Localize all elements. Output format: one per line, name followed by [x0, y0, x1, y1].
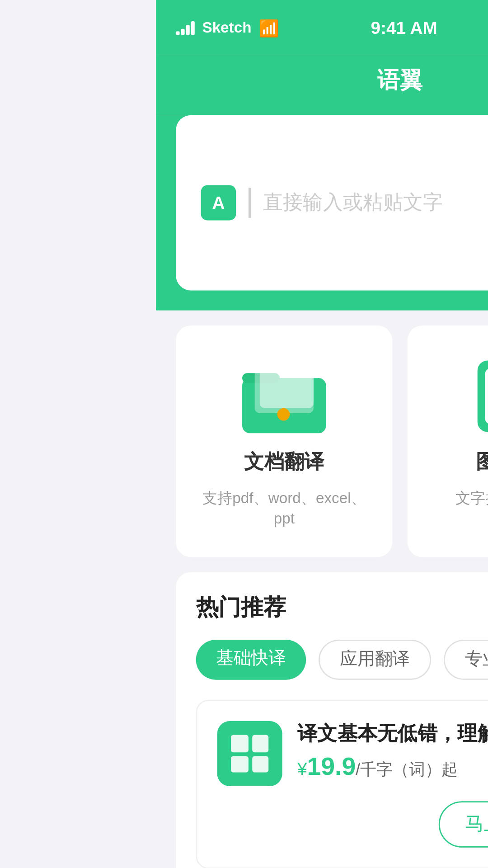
document-icon	[237, 355, 331, 437]
text-input-card[interactable]: A 直接输入或粘贴文字	[176, 115, 488, 291]
wifi-icon: 📶	[259, 18, 279, 37]
app-header: 语翼	[156, 55, 488, 115]
app-title: 语翼	[156, 65, 488, 95]
text-input-placeholder[interactable]: 直接输入或粘贴文字	[263, 190, 443, 216]
rec-card-info: 译文基本无低错，理解无障碍 ¥19.9/千字（词）起	[297, 721, 488, 781]
try-button[interactable]: 马上试试 >	[439, 801, 488, 847]
carrier-label: Sketch	[202, 19, 251, 37]
grid-icon	[231, 735, 268, 773]
rec-card-top: 译文基本无低错，理解无障碍 ¥19.9/千字（词）起	[217, 721, 488, 786]
status-left: Sketch 📶	[176, 18, 279, 37]
doc-translate-title: 文档翻译	[244, 449, 324, 476]
img-translate-subtitle: 文字提取图片识别	[455, 488, 488, 509]
signal-icon	[176, 20, 195, 35]
rec-card-title: 译文基本无低错，理解无障碍	[297, 721, 488, 747]
input-divider	[249, 188, 250, 217]
svg-point-4	[277, 408, 290, 421]
service-icon	[217, 721, 282, 786]
price-unit: /千字（词）起	[356, 760, 458, 779]
svg-rect-6	[484, 368, 488, 425]
rec-section-title: 热门推荐	[196, 592, 488, 622]
image-translation-card[interactable]: 图片翻译 文字提取图片识别	[408, 326, 488, 557]
status-bar: Sketch 📶 9:41 AM 📶 100%	[156, 0, 488, 55]
translate-icon: A	[201, 185, 236, 221]
rec-card-action: 马上试试 >	[217, 801, 488, 847]
price-number: 19.9	[307, 752, 356, 780]
rec-tabs: 基础快译 应用翻译 专业翻译 翻译+润色	[196, 640, 488, 680]
tab-basic[interactable]: 基础快译	[196, 640, 306, 680]
rec-card: 译文基本无低错，理解无障碍 ¥19.9/千字（词）起 马上试试 >	[196, 700, 488, 868]
svg-rect-3	[260, 366, 314, 408]
img-translate-title: 图片翻译	[476, 449, 488, 476]
doc-translate-subtitle: 支持pdf、word、excel、ppt	[196, 488, 372, 527]
recommendations-section: 热门推荐 基础快译 应用翻译 专业翻译 翻译+润色 译文基本无低错，理解无障碍 …	[176, 572, 488, 868]
price-symbol: ¥	[297, 759, 307, 778]
feature-cards-row: 文档翻译 支持pdf、word、excel、ppt 图片翻译 文字提取图片识别	[156, 311, 488, 572]
tab-professional[interactable]: 专业翻译	[444, 640, 488, 680]
status-time: 9:41 AM	[371, 18, 437, 38]
rec-card-price: ¥19.9/千字（词）起	[297, 752, 488, 781]
main-content: A 直接输入或粘贴文字	[156, 115, 488, 311]
document-translation-card[interactable]: 文档翻译 支持pdf、word、excel、ppt	[176, 326, 392, 557]
tab-applied[interactable]: 应用翻译	[319, 640, 431, 680]
image-icon	[472, 355, 488, 437]
